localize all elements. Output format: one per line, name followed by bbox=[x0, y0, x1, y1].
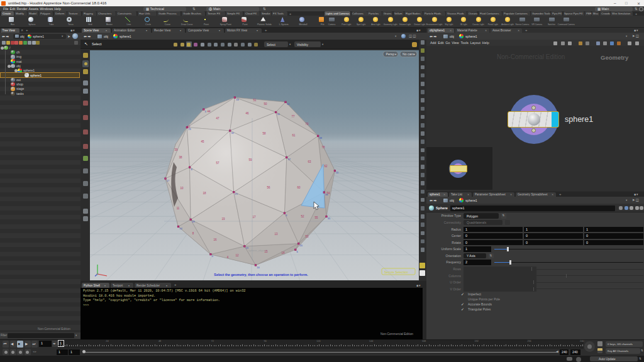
svg-text:11: 11 bbox=[177, 207, 180, 210]
svg-text:56: 56 bbox=[267, 186, 270, 189]
svg-text:38: 38 bbox=[319, 136, 323, 140]
svg-text:55: 55 bbox=[314, 216, 318, 219]
svg-text:47: 47 bbox=[216, 117, 219, 120]
svg-text:10: 10 bbox=[180, 187, 184, 190]
svg-text:Persp: Persp bbox=[386, 52, 395, 56]
svg-text:52: 52 bbox=[301, 215, 304, 218]
svg-text:sphere_object1: sphere_object1 bbox=[248, 249, 268, 252]
svg-text:32: 32 bbox=[231, 131, 235, 134]
svg-text:13: 13 bbox=[274, 233, 278, 236]
svg-text:59: 59 bbox=[248, 158, 252, 162]
svg-text:60: 60 bbox=[297, 186, 301, 189]
svg-text:44: 44 bbox=[207, 110, 211, 113]
svg-text:37: 37 bbox=[288, 158, 291, 161]
svg-text:19: 19 bbox=[221, 217, 225, 221]
svg-text:46: 46 bbox=[245, 112, 249, 115]
svg-text:63: 63 bbox=[308, 160, 311, 163]
svg-text:51: 51 bbox=[253, 99, 257, 102]
svg-text:29: 29 bbox=[188, 128, 191, 131]
svg-text:17: 17 bbox=[167, 179, 170, 182]
svg-text:77: 77 bbox=[291, 115, 295, 118]
svg-text:14: 14 bbox=[281, 251, 285, 255]
svg-text:50: 50 bbox=[264, 102, 267, 106]
svg-text:16: 16 bbox=[257, 266, 260, 269]
svg-text:38: 38 bbox=[179, 156, 182, 159]
svg-text:33: 33 bbox=[236, 98, 239, 101]
svg-text:17: 17 bbox=[252, 216, 256, 219]
svg-text:Secure Selection: Secure Selection bbox=[384, 270, 408, 274]
svg-text:18: 18 bbox=[203, 192, 206, 195]
svg-text:39: 39 bbox=[174, 148, 178, 151]
svg-text:57: 57 bbox=[216, 162, 219, 165]
svg-text:58: 58 bbox=[262, 132, 266, 135]
svg-text:21: 21 bbox=[235, 192, 238, 195]
svg-text:79: 79 bbox=[305, 123, 309, 126]
svg-text:No cam: No cam bbox=[402, 52, 414, 56]
svg-text:14: 14 bbox=[179, 227, 182, 230]
svg-text:10: 10 bbox=[277, 112, 280, 116]
svg-text:78: 78 bbox=[321, 146, 325, 149]
svg-text:53: 53 bbox=[305, 235, 309, 238]
svg-text:35: 35 bbox=[328, 217, 331, 220]
svg-text:Select the geometry, then choo: Select the geometry, then choose an oper… bbox=[214, 273, 308, 277]
svg-text:62: 62 bbox=[324, 165, 328, 168]
svg-text:20: 20 bbox=[300, 244, 303, 247]
svg-text:61: 61 bbox=[292, 134, 296, 137]
svg-text:16: 16 bbox=[213, 238, 217, 241]
svg-text:34: 34 bbox=[287, 102, 290, 106]
svg-text:36: 36 bbox=[325, 193, 328, 196]
svg-text:12: 12 bbox=[235, 254, 239, 257]
svg-text:45: 45 bbox=[201, 140, 204, 143]
